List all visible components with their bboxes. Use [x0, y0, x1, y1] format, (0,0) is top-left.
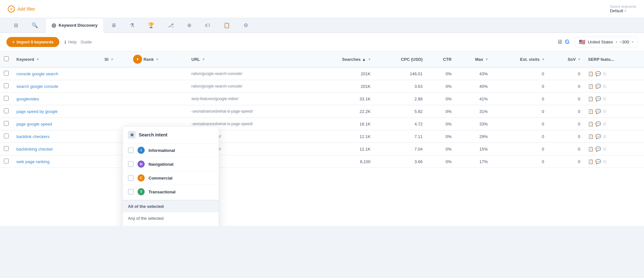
- grid-icon[interactable]: ⊞: [603, 84, 607, 89]
- transactional-checkbox[interactable]: [128, 189, 134, 195]
- keyword-cell[interactable]: backlink checkers: [13, 130, 101, 143]
- chat-icon[interactable]: 💬: [595, 109, 601, 114]
- rank-cell: [129, 93, 187, 105]
- row-checkbox-2[interactable]: [4, 96, 9, 101]
- row-checkbox-3[interactable]: [4, 108, 9, 113]
- keyword-cell[interactable]: console google search: [13, 67, 101, 80]
- commercial-checkbox[interactable]: [128, 175, 134, 181]
- grid-icon[interactable]: ⊞: [603, 71, 607, 76]
- si-filter-icon[interactable]: ▾: [111, 57, 113, 61]
- navigational-checkbox[interactable]: [128, 161, 134, 167]
- keyword-cell[interactable]: web page ranking: [13, 155, 101, 168]
- tab-keyword-discovery[interactable]: ◎ Keyword Discovery: [45, 18, 104, 33]
- tab-search[interactable]: 🔍: [25, 18, 44, 32]
- chat-icon[interactable]: 💬: [595, 159, 601, 164]
- saved-segments: Saved segments Default ▾: [610, 5, 636, 13]
- chat-icon[interactable]: 💬: [595, 146, 601, 152]
- keyword-cell[interactable]: page google speed: [13, 118, 101, 130]
- intent-option-informational[interactable]: I Informational: [123, 143, 219, 157]
- th-url: URL ▾: [187, 51, 310, 67]
- copy-icon[interactable]: 📋: [588, 109, 593, 114]
- keyword-cell[interactable]: search google console: [13, 80, 101, 93]
- ctr-cell: 0%: [427, 155, 456, 168]
- chat-icon[interactable]: 💬: [595, 96, 601, 101]
- any-of-selected-option[interactable]: Any of the selected: [123, 212, 219, 224]
- transactional-letter-badge: T: [138, 188, 145, 195]
- copy-icon[interactable]: 📋: [588, 96, 593, 101]
- max-cell: 40%: [456, 80, 492, 93]
- saved-segments-value[interactable]: Default ▾: [610, 8, 636, 13]
- sov-cell: 0: [548, 130, 584, 143]
- tab-structure[interactable]: ⎇: [162, 18, 180, 32]
- keyword-filter-icon[interactable]: ▾: [37, 57, 39, 61]
- grid-icon[interactable]: ⊞: [603, 134, 607, 139]
- grid-icon[interactable]: ⊞: [603, 96, 607, 101]
- none-of-selected-option[interactable]: None of the selected: [123, 224, 219, 226]
- tab-pages[interactable]: 🖥: [105, 18, 122, 32]
- keyword-cell[interactable]: googlevideo: [13, 93, 101, 105]
- informational-checkbox[interactable]: [128, 147, 134, 153]
- filter-bar: + Add filter Saved segments Default ▾: [0, 0, 644, 18]
- import-keywords-button[interactable]: + Import 0 keywords: [6, 37, 59, 47]
- chat-icon[interactable]: 💬: [595, 71, 601, 76]
- desktop-icon[interactable]: 🖥: [557, 39, 562, 45]
- tab-settings[interactable]: ⚙: [237, 18, 254, 32]
- rank-cell: [129, 80, 187, 93]
- intent-option-navigational[interactable]: N Navigational: [123, 157, 219, 171]
- keyword-cell[interactable]: page speed by google: [13, 105, 101, 118]
- tab-lab[interactable]: ⚗: [124, 18, 140, 32]
- searches-cell: 201K: [310, 80, 374, 93]
- copy-icon[interactable]: 📋: [588, 71, 593, 76]
- copy-icon[interactable]: 📋: [588, 134, 593, 139]
- copy-icon[interactable]: 📋: [588, 159, 593, 164]
- tab-target[interactable]: ⊕: [181, 18, 197, 32]
- country-selector[interactable]: 🇺🇸 United States ▾ ~300 ▾: [575, 37, 638, 47]
- serp-cell: 📋 💬 ⊞: [584, 67, 644, 80]
- add-filter-button[interactable]: + Add filter: [8, 5, 35, 13]
- all-of-selected-option[interactable]: All of the selected: [123, 200, 219, 212]
- max-filter-icon[interactable]: ▾: [486, 57, 488, 61]
- select-all-checkbox[interactable]: [4, 56, 9, 61]
- row-checkbox-5[interactable]: [4, 134, 9, 138]
- chat-icon[interactable]: 💬: [595, 121, 601, 126]
- rank-filter-button[interactable]: ▾: [133, 55, 142, 64]
- copy-icon[interactable]: 📋: [588, 146, 593, 152]
- saved-segments-label: Saved segments: [610, 5, 636, 8]
- copy-icon[interactable]: 📋: [588, 84, 593, 89]
- intent-option-commercial[interactable]: C Commercial: [123, 171, 219, 185]
- th-estvisits: Est. visits ▾: [492, 51, 548, 67]
- row-checkbox-0[interactable]: [4, 71, 9, 76]
- tab-trophy[interactable]: 🏆: [142, 18, 160, 32]
- sov-cell: 0: [548, 155, 584, 168]
- grid-icon[interactable]: ⊞: [603, 159, 607, 164]
- sov-cell: 0: [548, 80, 584, 93]
- tab-checklist[interactable]: 📋: [217, 18, 236, 32]
- copy-icon[interactable]: 📋: [588, 121, 593, 126]
- grid-icon[interactable]: ⊞: [603, 121, 607, 126]
- row-checkbox-cell: [0, 105, 13, 118]
- chat-icon[interactable]: 💬: [595, 134, 601, 139]
- estvisits-filter-icon[interactable]: ▾: [542, 57, 544, 61]
- cpc-cell: 3.66: [374, 155, 427, 168]
- serp-cell: 📋 💬 ⊞: [584, 155, 644, 168]
- url-filter-icon[interactable]: ▾: [203, 57, 205, 61]
- url-cell: -seo/advanced/what-is-page-speed/: [187, 105, 310, 118]
- tab-overview[interactable]: ⊞: [8, 18, 24, 32]
- intent-option-transactional[interactable]: T Transactional: [123, 185, 219, 199]
- row-checkbox-4[interactable]: [4, 121, 9, 126]
- google-icon[interactable]: G: [565, 39, 570, 45]
- chat-icon[interactable]: 💬: [595, 84, 601, 89]
- rank-filter-icon[interactable]: ▾: [156, 57, 158, 61]
- commercial-label: Commercial: [149, 176, 172, 181]
- row-checkbox-6[interactable]: [4, 146, 9, 151]
- searches-filter-icon[interactable]: ▾: [369, 57, 370, 61]
- grid-icon[interactable]: ⊞: [603, 146, 607, 152]
- row-checkbox-1[interactable]: [4, 83, 9, 88]
- tab-tags[interactable]: 🏷: [199, 18, 216, 32]
- keyword-cell[interactable]: backlinking checker: [13, 143, 101, 155]
- help-guide[interactable]: ℹ Help Guide: [64, 40, 91, 45]
- sov-cell: 0: [548, 118, 584, 130]
- row-checkbox-7[interactable]: [4, 159, 9, 163]
- grid-icon[interactable]: ⊞: [603, 109, 607, 114]
- sov-filter-icon[interactable]: ▾: [578, 57, 580, 61]
